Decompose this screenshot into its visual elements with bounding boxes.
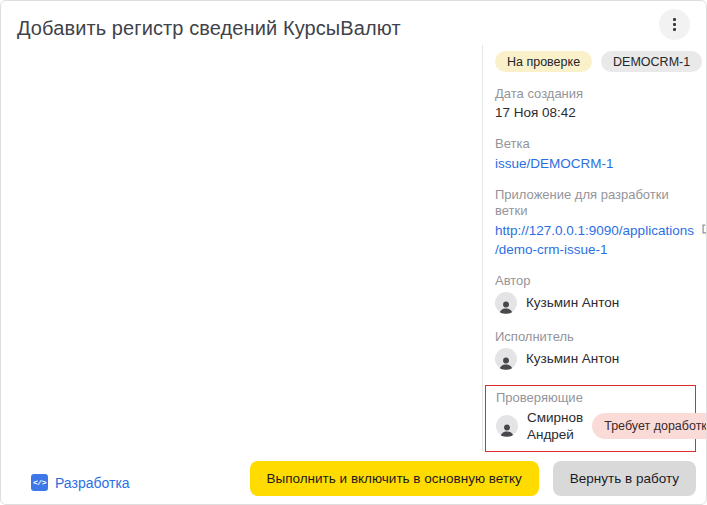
branch-link[interactable]: issue/DEMOCRM-1	[495, 156, 614, 171]
avatar	[495, 292, 517, 314]
review-status-badge[interactable]: Требует доработки	[592, 413, 707, 439]
resolve-merge-button[interactable]: Выполнить и включить в основную ветку	[250, 461, 539, 496]
issue-key-badge[interactable]: DEMOCRM-1	[601, 51, 702, 72]
author-field: Автор Кузьмин Антон	[495, 273, 698, 314]
app-field: Приложение для разработки ветки http://1…	[495, 187, 698, 258]
created-field: Дата создания 17 Ноя 08:42	[495, 86, 698, 121]
more-menu-button[interactable]	[659, 9, 690, 40]
branch-field: Ветка issue/DEMOCRM-1	[495, 136, 698, 172]
app-label: Приложение для разработки ветки	[495, 187, 698, 219]
assignee-label: Исполнитель	[495, 329, 698, 345]
app-link-line2[interactable]: /demo-crm-issue-1	[495, 242, 608, 257]
footer-actions: Выполнить и включить в основную ветку Ве…	[250, 461, 696, 496]
reviewer-name: Смирнов Андрей	[527, 409, 583, 443]
author-name: Кузьмин Антон	[526, 294, 619, 311]
reviewer-row[interactable]: Смирнов Андрей Требует доработки	[496, 409, 687, 443]
kebab-icon	[673, 18, 676, 21]
assignee-name: Кузьмин Антон	[526, 350, 619, 367]
development-link[interactable]: </> Разработка	[31, 474, 130, 491]
avatar	[495, 348, 517, 370]
status-badge[interactable]: На проверке	[495, 51, 592, 72]
assignee-field: Исполнитель Кузьмин Антон	[495, 329, 698, 370]
created-label: Дата создания	[495, 86, 698, 102]
external-link-icon[interactable]	[700, 222, 707, 240]
return-to-work-button[interactable]: Вернуть в работу	[553, 461, 696, 496]
created-value: 17 Ноя 08:42	[495, 104, 698, 121]
author-label: Автор	[495, 273, 698, 289]
development-link-label: Разработка	[55, 475, 130, 491]
author-row[interactable]: Кузьмин Антон	[495, 292, 698, 314]
kebab-icon	[673, 28, 676, 31]
kebab-icon	[673, 23, 676, 26]
branch-label: Ветка	[495, 136, 698, 152]
assignee-row[interactable]: Кузьмин Антон	[495, 348, 698, 370]
issue-sidebar: На проверке DEMOCRM-1 Дата создания 17 Н…	[482, 45, 707, 451]
avatar	[496, 415, 518, 437]
page-title: Добавить регистр сведений КурсыВалют	[17, 17, 401, 40]
badges-row: На проверке DEMOCRM-1	[495, 51, 698, 72]
issue-card: Добавить регистр сведений КурсыВалют На …	[0, 0, 707, 505]
code-icon: </>	[31, 474, 48, 491]
app-link[interactable]: http://127.0.0.1:9090/applications	[495, 222, 694, 239]
reviewers-highlight-box: Проверяющие Смирнов Андрей Требует дораб…	[485, 385, 696, 452]
reviewers-label: Проверяющие	[496, 390, 687, 406]
